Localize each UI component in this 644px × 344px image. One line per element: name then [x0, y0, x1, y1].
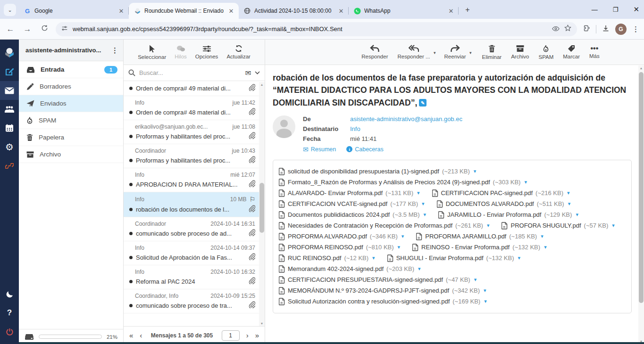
tab-close-icon[interactable]: ✕ — [337, 8, 345, 15]
page-number-input[interactable]: 1 — [222, 330, 240, 341]
attachment-item[interactable]: REINOSO - Enviar Proforma.pdf(~132 KB)▾ — [412, 244, 547, 251]
attachment-menu-caret-icon[interactable]: ▾ — [612, 222, 615, 229]
attachment-item[interactable]: PROFORMA ALVARADO.pdf(~346 KB)▾ — [279, 233, 404, 240]
forward-button[interactable]: Reenviar ▾ — [444, 45, 466, 59]
attachment-menu-caret-icon[interactable]: ▾ — [544, 244, 547, 250]
attachment-menu-caret-icon[interactable]: ▾ — [474, 277, 477, 283]
attachment-item[interactable]: solicitud de disponibilidad presupuestar… — [279, 168, 476, 175]
attachment-menu-caret-icon[interactable]: ▾ — [568, 201, 571, 207]
attachment-menu-caret-icon[interactable]: ▾ — [524, 179, 527, 185]
reply-all-menu-caret[interactable]: ▾ — [434, 50, 436, 55]
extensions-icon[interactable] — [583, 25, 590, 33]
calendar-nav-button[interactable] — [0, 119, 19, 138]
attachment-menu-caret-icon[interactable]: ▾ — [372, 255, 375, 261]
tab-google[interactable]: G Google ✕ — [19, 3, 129, 19]
more-button[interactable]: ••• Más — [589, 45, 600, 59]
attachment-item[interactable]: RUC REINOSO.pdf(~12 KB)▾ — [279, 254, 375, 262]
attachment-menu-caret-icon[interactable]: ▾ — [474, 168, 477, 174]
settings-nav-button[interactable]: ⚙ — [0, 138, 19, 156]
refresh-button[interactable]: Actualizar — [226, 45, 251, 59]
attachment-menu-caret-icon[interactable]: ▾ — [401, 233, 404, 239]
attachment-item[interactable]: JARAMILLO - Enviar Proforma.pdf(~129 KB)… — [438, 211, 578, 219]
to-address-link[interactable]: Info — [350, 125, 360, 132]
attachment-item[interactable]: DOCUMENTOS ALVARADO.pdf(~511 KB)▾ — [437, 200, 571, 208]
folder-borradores[interactable]: Borradores — [19, 78, 123, 95]
forward-menu-caret[interactable]: ▾ — [469, 50, 472, 55]
message-row[interactable]: Info2024-10-10 16:32Reforma al PAC 2024 — [124, 265, 259, 289]
compose-button[interactable] — [0, 62, 19, 81]
mail-nav-button[interactable] — [0, 81, 19, 100]
attachment-menu-caret-icon[interactable]: ▾ — [518, 255, 520, 261]
window-close-button[interactable]: ✕ — [633, 5, 639, 14]
preview-eye-icon[interactable] — [552, 25, 560, 33]
message-row[interactable]: Infojue 11:42Orden de compra# 48 materia… — [124, 96, 259, 120]
tab-close-icon[interactable]: ✕ — [227, 8, 235, 15]
attachment-item[interactable]: MEMORÁNDUM N.º 973-2024-GADPRSJ-PJFT-sig… — [279, 287, 486, 295]
dark-mode-moon-icon[interactable] — [0, 285, 19, 303]
summary-link[interactable]: ✉Resumen — [303, 146, 336, 153]
prev-page-button[interactable]: ‹ — [140, 331, 142, 339]
logout-power-button[interactable] — [0, 322, 19, 341]
message-row[interactable]: Infomié 12:07APROBACION D PARA MATERIAL.… — [124, 168, 259, 192]
attachment-item[interactable]: Formato_8_Razón de Proformas y Análisis … — [279, 179, 527, 186]
attachment-item[interactable]: Solicitud Autorización contra y resoluci… — [279, 298, 487, 305]
archive-button[interactable]: Archivo — [511, 45, 529, 59]
tab-actividad[interactable]: Actividad 2024-10-15 08:00:00 ✕ — [239, 3, 349, 19]
account-menu-kebab-icon[interactable]: ⋮ — [111, 46, 119, 55]
from-address-link[interactable]: asistente-administrativo@sanjuan.gob.ec — [350, 115, 462, 123]
attachment-item[interactable]: CERTIFICACION PAC-signed.pdf(~216 KB)▾ — [432, 189, 570, 197]
reply-button[interactable]: Responder — [361, 45, 388, 59]
tab-whatsapp[interactable]: WhatsApp ✕ — [349, 3, 459, 19]
attachment-item[interactable]: CERTIFICACION VCATE-signed.pdf(~177 KB)▾ — [279, 200, 425, 208]
attachment-item[interactable]: Documentos publididacticos 2024.pdf(~3.5… — [279, 211, 426, 219]
message-row[interactable]: Coordinador, Info2024-10-09 15:25comunic… — [124, 289, 259, 313]
url-text[interactable]: webmail.sanjuan.gob.ec/cpsess5423996997/… — [73, 25, 547, 33]
folder-archivo[interactable]: Archivo — [19, 146, 123, 163]
window-minimize-button[interactable]: — — [592, 6, 598, 13]
attachment-item[interactable]: PROFORMA JARAMILLO.pdf(~185 KB)▾ — [416, 233, 543, 240]
reading-pane-scrollbar[interactable]: ▲ ▼ — [638, 66, 644, 344]
contacts-nav-button[interactable] — [0, 100, 19, 119]
folder-enviados[interactable]: Enviados — [19, 95, 123, 112]
attachment-menu-caret-icon[interactable]: ▾ — [418, 266, 421, 272]
folder-spam[interactable]: SPAM — [19, 112, 123, 129]
mark-button[interactable]: Marcar — [563, 45, 580, 59]
message-row[interactable]: Coordinadorjue 10:43Proformas y habilita… — [124, 144, 259, 168]
message-row[interactable]: Info10 MB⚐robación de los documentos de … — [124, 192, 259, 217]
bookmark-star-icon[interactable] — [564, 25, 571, 33]
message-row[interactable]: Coordinador2024-10-14 16:31comunicado so… — [124, 217, 259, 241]
search-scope-mail-icon[interactable]: ✉ — [245, 69, 251, 77]
attachment-menu-caret-icon[interactable]: ▾ — [422, 201, 425, 207]
attachment-item[interactable]: Necesidades de Contratación y Recepción … — [279, 222, 489, 229]
select-button[interactable]: Seleccionar — [138, 45, 166, 60]
back-button[interactable]: ← — [5, 25, 16, 34]
spam-button[interactable]: SPAM — [538, 45, 553, 60]
attachment-menu-caret-icon[interactable]: ▾ — [484, 287, 486, 294]
attachment-item[interactable]: PROFORA SHUGULY.pdf(~57 KB)▾ — [502, 222, 614, 229]
folder-papelera[interactable]: Papelera — [19, 129, 123, 146]
delete-button[interactable]: Eliminar — [482, 45, 502, 60]
headers-link[interactable]: iCabeceras — [346, 146, 383, 153]
message-list-scrollbar[interactable]: ▲ ▼ — [259, 82, 265, 326]
window-maximize-button[interactable]: ❐ — [613, 6, 619, 13]
attachment-menu-caret-icon[interactable]: ▾ — [484, 298, 487, 304]
downloads-icon[interactable] — [602, 25, 610, 33]
reload-button[interactable] — [39, 25, 50, 34]
attachment-item[interactable]: PROFORMA REINOSO.pdf(~810 KB)▾ — [279, 244, 400, 251]
browser-profile-avatar[interactable]: G — [615, 24, 627, 35]
attachment-item[interactable]: SHUGULI - Enviar Proforma.pdf(~132 KB)▾ — [387, 254, 520, 262]
tab-close-icon[interactable]: ✕ — [447, 8, 455, 15]
cpanel-link-icon[interactable] — [0, 156, 19, 175]
folder-entrada[interactable]: Entrada 1 — [19, 61, 123, 78]
tab-search-chevron-icon[interactable]: ⌄ — [4, 4, 16, 16]
search-bar[interactable]: Buscar... ✉ — [124, 65, 265, 81]
tab-roundcube[interactable]: Roundcube Webmail :: Enviado: ✕ — [129, 3, 239, 19]
attachment-item[interactable]: ALAVARADO- Enviar Proforma.pdf(~131 KB)▾ — [279, 189, 420, 197]
url-field[interactable]: webmail.sanjuan.gob.ec/cpsess5423996997/… — [56, 22, 577, 36]
tab-close-icon[interactable]: ✕ — [117, 8, 125, 15]
browser-menu-kebab-icon[interactable]: ⋮ — [632, 25, 639, 33]
forward-button[interactable]: → — [22, 25, 33, 34]
attachment-item[interactable]: CERTIFICACION PRESUPUESTARIA-signed-sign… — [279, 276, 477, 284]
attachment-menu-caret-icon[interactable]: ▾ — [398, 244, 401, 250]
message-row[interactable]: Orden de compra# 49 material di... — [124, 81, 259, 96]
